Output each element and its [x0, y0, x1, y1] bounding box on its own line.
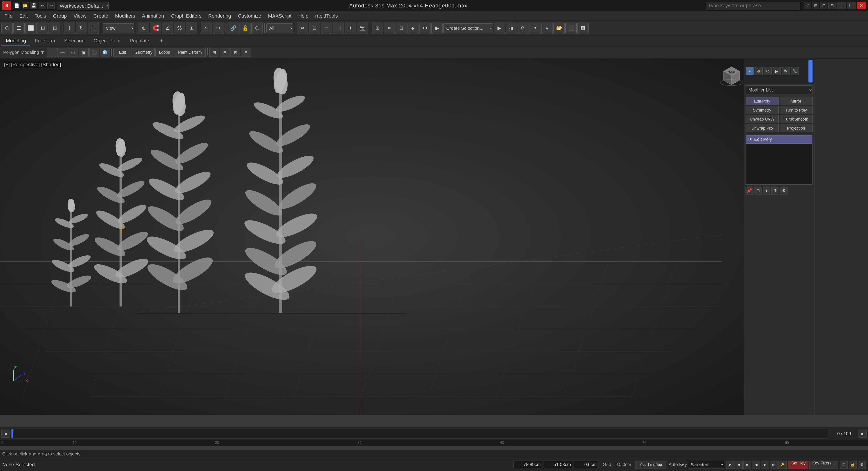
poly-border-btn[interactable]: ⬡ — [68, 48, 78, 57]
status-icon-3[interactable]: ⚙ — [858, 461, 866, 469]
place-highlight-button[interactable]: ✦ — [345, 23, 356, 34]
normal-align-button[interactable]: ⊣ — [333, 23, 344, 34]
render-setup-button[interactable]: ⚙ — [420, 23, 431, 34]
selected-dropdown[interactable]: Selected — [688, 461, 724, 469]
display-tab-icon[interactable]: 👁 — [782, 67, 790, 75]
tab-populate[interactable]: Populate — [125, 36, 154, 46]
search-input[interactable] — [706, 2, 800, 9]
create-tab-icon[interactable]: ✦ — [746, 67, 754, 75]
edit-poly-button[interactable]: Edit Poly — [746, 97, 779, 105]
viewcube[interactable]: TOP — [719, 62, 740, 82]
render-iterative-button[interactable]: ⟳ — [518, 23, 529, 34]
make-unique-button[interactable]: ▼ — [763, 187, 770, 195]
bind-button[interactable]: ⬡ — [251, 23, 263, 34]
remove-modifier-button[interactable]: 🗑 — [771, 187, 779, 195]
menu-create[interactable]: Create — [90, 12, 112, 20]
menu-views[interactable]: Views — [70, 12, 90, 20]
menu-maxscript[interactable]: MAXScript — [265, 12, 295, 20]
select-center-button[interactable]: ⊕ — [138, 23, 149, 34]
menu-graph-editors[interactable]: Graph Editors — [167, 12, 205, 20]
menu-group[interactable]: Group — [50, 12, 70, 20]
poly-loops-btn[interactable]: Loops — [155, 48, 174, 57]
symmetry-button[interactable]: Symmetry — [746, 106, 779, 114]
tab-object-paint[interactable]: Object Paint — [89, 36, 125, 46]
menu-rendering[interactable]: Rendering — [205, 12, 234, 20]
next-frame-button[interactable]: ▶ — [761, 461, 769, 469]
modifier-list-dropdown[interactable]: Modifier List — [746, 86, 812, 94]
layer-selector[interactable]: All — [266, 24, 293, 33]
poly-extra3[interactable]: ⊡ — [230, 48, 240, 57]
gamma-button[interactable]: γ — [541, 23, 553, 34]
turn-to-poly-button[interactable]: Turn to Poly — [780, 106, 813, 114]
projection-button[interactable]: Projection — [780, 124, 813, 132]
unwrap-uvw-button[interactable]: Unwrap UVW — [746, 115, 779, 123]
go-to-end-button[interactable]: ⏭ — [770, 461, 778, 469]
unlink-button[interactable]: 🔓 — [240, 23, 251, 34]
status-icon-2[interactable]: 🔒 — [848, 461, 857, 469]
spinner-snap-button[interactable]: ⊞ — [186, 23, 197, 34]
select-object-button[interactable]: ⬡ — [1, 23, 12, 34]
undo-scene-button[interactable]: ↩ — [201, 23, 212, 34]
poly-obj-btn[interactable]: 🧊 — [100, 48, 110, 57]
toolbar-icon-2[interactable]: ⊡ — [820, 2, 828, 9]
poly-face-btn[interactable]: ▣ — [79, 48, 89, 57]
tab-more[interactable]: + — [156, 36, 167, 46]
redo-scene-button[interactable]: ↪ — [213, 23, 224, 34]
poly-modeling-label[interactable]: Polygon Modeling ▼ — [1, 50, 46, 55]
view-image-button[interactable]: 🖼 — [577, 23, 589, 34]
mirror-button[interactable]: ⇔ — [297, 23, 308, 34]
toolbar-icon-3[interactable]: ⊟ — [828, 2, 836, 9]
exposure-button[interactable]: ☀ — [529, 23, 541, 34]
scale-button[interactable]: ⬚ — [88, 23, 99, 34]
menu-file[interactable]: File — [1, 12, 16, 20]
move-button[interactable]: ✛ — [64, 23, 75, 34]
modify-tab-icon[interactable]: ⚙ — [754, 67, 763, 75]
poly-edit-btn[interactable]: Edit — [114, 48, 131, 57]
menu-modifiers[interactable]: Modifiers — [112, 12, 138, 20]
z-coord-field[interactable] — [574, 461, 599, 468]
turbosmooth-button[interactable]: TurboSmooth — [780, 115, 813, 123]
align-camera-button[interactable]: 📷 — [357, 23, 368, 34]
tab-modeling[interactable]: Modeling — [1, 36, 30, 46]
render-button[interactable]: ▶ — [431, 23, 443, 34]
new-file-button[interactable]: 📄 — [13, 2, 20, 9]
timeline-nav-left[interactable]: ◀ — [1, 430, 9, 438]
poly-extra1[interactable]: ⊞ — [209, 48, 219, 57]
window-crossing-button[interactable]: ⊡ — [37, 23, 49, 34]
viewport[interactable]: [+] [Perspective] [Shaded] — [0, 59, 744, 415]
reference-coord-selector[interactable]: View — [103, 24, 134, 33]
play-button[interactable]: ▶ — [743, 461, 751, 469]
show-end-result-button[interactable]: ⊡ — [754, 187, 762, 195]
restore-button[interactable]: ❐ — [847, 2, 856, 9]
mirror-button-panel[interactable]: Mirror — [780, 97, 813, 105]
poly-element-btn[interactable]: ⬛ — [89, 48, 99, 57]
status-icon-1[interactable]: ⊡ — [840, 461, 848, 469]
close-button[interactable]: ✕ — [857, 2, 866, 9]
render-target-selector[interactable]: Create Selection... — [443, 24, 493, 33]
stack-item-edit-poly[interactable]: 👁 Edit Poly — [746, 135, 812, 143]
poly-paint-deform-btn[interactable]: Paint Deform — [174, 48, 206, 57]
set-key-button[interactable]: Set Key — [788, 461, 808, 469]
timeline-track[interactable]: 0 — [11, 429, 829, 439]
redo-button[interactable]: ↪ — [48, 2, 55, 9]
tab-freeform[interactable]: Freeform — [30, 36, 60, 46]
key-mode-button[interactable]: 🔑 — [778, 461, 786, 469]
active-shade-button[interactable]: ◑ — [505, 23, 517, 34]
rotate-button[interactable]: ↻ — [76, 23, 87, 34]
tab-selection[interactable]: Selection — [60, 36, 89, 46]
percent-snap-button[interactable]: % — [174, 23, 185, 34]
utilities-tab-icon[interactable]: 🔧 — [790, 67, 799, 75]
play-reverse-button[interactable]: ◀ — [752, 461, 760, 469]
render-frame-button[interactable]: ▶ — [494, 23, 505, 34]
x-coord-field[interactable] — [514, 461, 543, 468]
poly-geom-btn[interactable]: Geometry — [132, 48, 155, 57]
motion-tab-icon[interactable]: ▶ — [773, 67, 781, 75]
add-time-tag-button[interactable]: Add Time Tag — [635, 461, 667, 469]
layer-manager-button[interactable]: ⊞ — [372, 23, 383, 34]
menu-rapidtools[interactable]: rapidTools — [312, 12, 341, 20]
toolbar-icon-1[interactable]: ⊞ — [812, 2, 819, 9]
poly-edge-btn[interactable]: — — [58, 48, 67, 57]
menu-customize[interactable]: Customize — [235, 12, 265, 20]
modifier-stack[interactable]: 👁 Edit Poly — [746, 135, 812, 184]
open-render-button[interactable]: 📂 — [553, 23, 565, 34]
